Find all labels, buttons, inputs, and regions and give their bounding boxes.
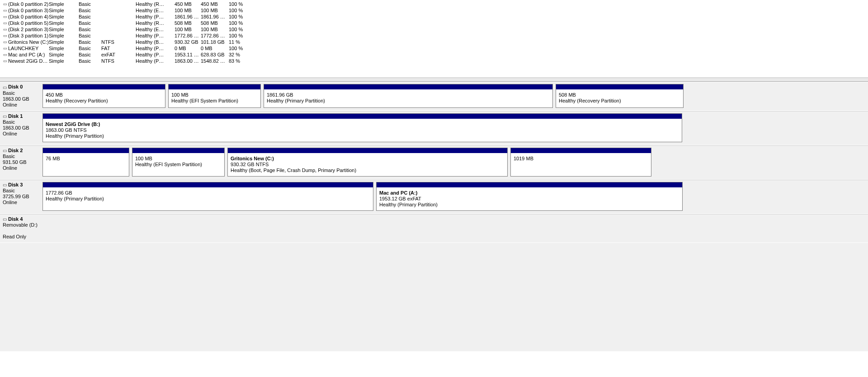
volume-row[interactable]: ▭(Disk 0 partition 4)SimpleBasicHealthy … xyxy=(2,14,868,20)
partition-status: Healthy (Primary Partition) xyxy=(46,196,370,202)
partition-status: Healthy (Primary Partition) xyxy=(379,202,679,208)
volume-row[interactable]: ▭LAUNCHKEYSimpleBasicFATHealthy (P…0 MB0… xyxy=(2,45,868,51)
partition-size: 1863.00 GB NTFS xyxy=(46,127,679,133)
disk-partitions: 450 MBHealthy (Recovery Partition)100 MB… xyxy=(42,82,868,111)
disk-header[interactable]: ▭Disk 4Removable (D:)Read Only xyxy=(0,214,42,243)
partition-box[interactable]: 1861.96 GBHealthy (Primary Partition) xyxy=(264,84,553,108)
volume-icon: ▭ xyxy=(2,33,8,39)
partition-box[interactable]: Newest 2GiG Drive (B:)1863.00 GB NTFSHea… xyxy=(42,113,682,142)
partition-body: 1772.86 GBHealthy (Primary Partition) xyxy=(43,187,373,210)
volume-filesystem: FAT xyxy=(101,45,136,51)
partition-header-bar xyxy=(43,148,129,153)
disk-header[interactable]: ▭Disk 0Basic1863.00 GBOnline xyxy=(0,82,42,111)
partition-header-bar xyxy=(169,84,260,89)
partition-body: 1861.96 GBHealthy (Primary Partition) xyxy=(264,89,552,107)
disk-header[interactable]: ▭Disk 1Basic1863.00 GBOnline xyxy=(0,112,42,145)
volume-row[interactable]: ▭(Disk 0 partition 5)SimpleBasicHealthy … xyxy=(2,20,868,26)
partition-box[interactable]: 100 MBHealthy (EFI System Partition) xyxy=(168,84,261,108)
disk-block: ▭Disk 1Basic1863.00 GBOnlineNewest 2GiG … xyxy=(0,111,868,145)
volume-free: 508 MB xyxy=(201,20,229,26)
partition-box[interactable]: Mac and PC (A:)1953.12 GB exFATHealthy (… xyxy=(376,182,683,211)
volume-row[interactable]: ▭Gritonics New (C:)SimpleBasicNTFSHealth… xyxy=(2,39,868,45)
volume-capacity: 508 MB xyxy=(175,20,201,26)
partition-title: Mac and PC (A:) xyxy=(379,190,679,196)
disk-name: Disk 3 xyxy=(8,182,23,187)
partition-title: Newest 2GiG Drive (B:) xyxy=(46,121,679,127)
volume-percent: 100 % xyxy=(229,45,247,51)
volume-free: 0 MB xyxy=(201,45,229,51)
disk-icon: ▭ xyxy=(3,148,7,154)
partition-header-bar xyxy=(556,84,683,89)
disk-block: ▭Disk 4Removable (D:)Read Only xyxy=(0,214,868,243)
volume-percent: 100 % xyxy=(229,1,247,7)
pane-splitter[interactable] xyxy=(0,78,868,82)
volume-free: 101.18 GB xyxy=(201,39,229,45)
disk-type: Basic xyxy=(3,119,40,125)
partition-body: 100 MBHealthy (EFI System Partition) xyxy=(169,89,260,107)
disk-partitions: 1772.86 GBHealthy (Primary Partition)Mac… xyxy=(42,180,868,214)
disk-header[interactable]: ▭Disk 3Basic3725.99 GBOnline xyxy=(0,180,42,214)
volume-icon: ▭ xyxy=(2,26,8,33)
disk-size: 1863.00 GB xyxy=(3,125,40,131)
volume-list: ▭(Disk 0 partition 2)SimpleBasicHealthy … xyxy=(0,0,868,78)
volume-type: Basic xyxy=(79,20,101,26)
partition-box[interactable]: 450 MBHealthy (Recovery Partition) xyxy=(42,84,165,108)
partition-box[interactable]: 76 MB xyxy=(42,148,129,177)
volume-capacity: 450 MB xyxy=(175,1,201,7)
disk-size: 931.50 GB xyxy=(3,159,40,165)
volume-free: 1861.96 … xyxy=(201,14,229,20)
volume-layout: Simple xyxy=(49,20,79,26)
partition-body: 1019 MB xyxy=(511,153,651,176)
volume-row[interactable]: ▭Mac and PC (A:)SimpleBasicexFATHealthy … xyxy=(2,51,868,58)
volume-row[interactable]: ▭(Disk 2 partition 3)SimpleBasicHealthy … xyxy=(2,26,868,33)
volume-type: Basic xyxy=(79,26,101,33)
partition-status: Healthy (Primary Partition) xyxy=(46,133,679,139)
partition-status: Healthy (EFI System Partition) xyxy=(135,162,222,168)
partition-box[interactable]: 100 MBHealthy (EFI System Partition) xyxy=(132,148,225,177)
volume-layout: Simple xyxy=(49,14,79,20)
volume-free: 1548.82 … xyxy=(201,58,229,64)
disk-icon: ▭ xyxy=(3,113,7,119)
partition-header-bar xyxy=(511,148,651,153)
partition-title: Gritonics New (C:) xyxy=(231,156,505,162)
partition-header-bar xyxy=(132,148,224,153)
volume-type: Basic xyxy=(79,33,101,39)
volume-icon: ▭ xyxy=(2,20,8,26)
volume-type: Basic xyxy=(79,58,101,64)
volume-status: Healthy (R… xyxy=(136,1,175,7)
partition-box[interactable]: 508 MBHealthy (Recovery Partition) xyxy=(556,84,684,108)
partition-box[interactable]: 1019 MB xyxy=(510,148,651,177)
partition-body: 508 MBHealthy (Recovery Partition) xyxy=(556,89,683,107)
volume-icon: ▭ xyxy=(2,51,8,58)
volume-name: (Disk 2 partition 3) xyxy=(8,26,49,33)
partition-box[interactable]: 1772.86 GBHealthy (Primary Partition) xyxy=(42,182,373,211)
volume-free: 450 MB xyxy=(201,1,229,7)
volume-layout: Simple xyxy=(49,58,79,64)
volume-layout: Simple xyxy=(49,39,79,45)
disk-header[interactable]: ▭Disk 2Basic931.50 GBOnline xyxy=(0,146,42,179)
partition-header-bar xyxy=(228,148,507,153)
disk-partitions: 76 MB100 MBHealthy (EFI System Partition… xyxy=(42,146,868,179)
empty-disk xyxy=(42,216,866,240)
partition-body: 100 MBHealthy (EFI System Partition) xyxy=(132,153,224,176)
volume-row[interactable]: ▭(Disk 0 partition 2)SimpleBasicHealthy … xyxy=(2,1,868,7)
partition-header-bar xyxy=(264,84,552,89)
partition-header-bar xyxy=(43,182,373,187)
disk-size: 3725.99 GB xyxy=(3,194,40,200)
partition-size: 100 MB xyxy=(135,156,222,162)
volume-status: Healthy (E… xyxy=(136,7,175,14)
volume-row[interactable]: ▭(Disk 3 partition 1)SimpleBasicHealthy … xyxy=(2,33,868,39)
partition-box[interactable]: Gritonics New (C:)930.32 GB NTFSHealthy … xyxy=(227,148,508,177)
volume-row[interactable]: ▭Newest 2GiG Drive…SimpleBasicNTFSHealth… xyxy=(2,58,868,64)
disk-block: ▭Disk 2Basic931.50 GBOnline76 MB100 MBHe… xyxy=(0,145,868,180)
volume-percent: 100 % xyxy=(229,20,247,26)
volume-percent: 11 % xyxy=(229,39,247,45)
partition-size: 930.32 GB NTFS xyxy=(231,162,505,168)
volume-row[interactable]: ▭(Disk 0 partition 3)SimpleBasicHealthy … xyxy=(2,7,868,14)
volume-capacity: 1863.00 GB xyxy=(175,58,201,64)
volume-filesystem: NTFS xyxy=(101,58,136,64)
volume-filesystem xyxy=(101,1,136,7)
partition-status: Healthy (Recovery Partition) xyxy=(46,98,162,104)
disk-block: ▭Disk 3Basic3725.99 GBOnline1772.86 GBHe… xyxy=(0,180,868,214)
volume-type: Basic xyxy=(79,39,101,45)
